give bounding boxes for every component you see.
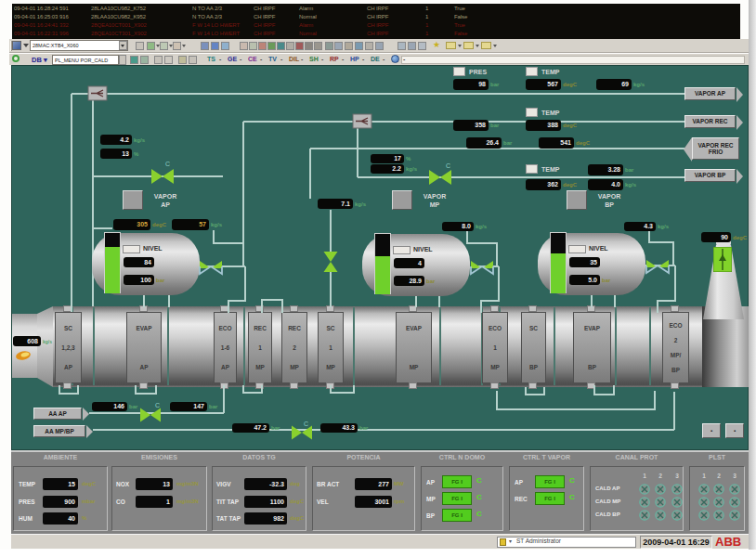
svg-text:1: 1 (643, 473, 646, 479)
svg-text:2: 2 (658, 473, 662, 479)
svg-text:3: 3 (675, 473, 679, 479)
svg-text:2: 2 (717, 473, 721, 479)
svg-text:1: 1 (702, 473, 706, 479)
svg-text:3: 3 (733, 473, 736, 479)
